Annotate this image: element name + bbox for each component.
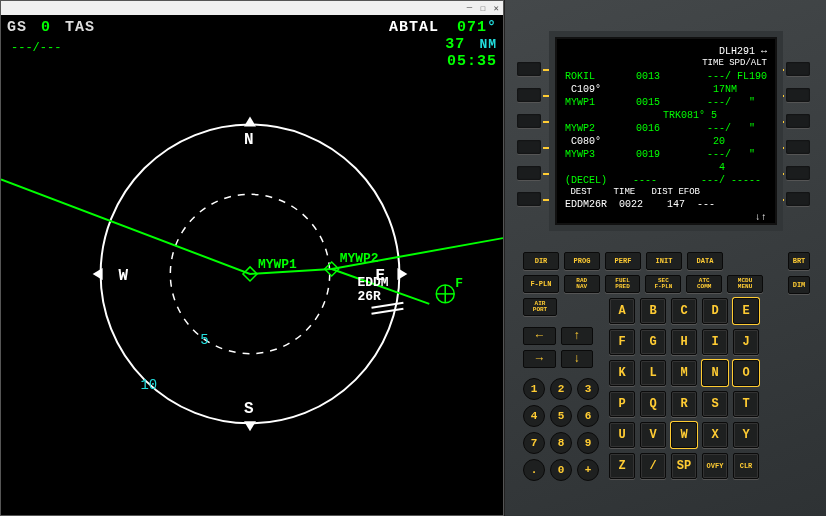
rad-nav-key[interactable]: RADNAV — [564, 275, 600, 293]
wpt1-label: MYWP1 — [258, 257, 297, 272]
key-m[interactable]: M — [671, 360, 697, 386]
maximize-button[interactable]: ☐ — [480, 3, 485, 14]
brt-key[interactable]: BRT — [788, 252, 810, 270]
key-j[interactable]: J — [733, 329, 759, 355]
sec-f-pln-key[interactable]: SECF-PLN — [645, 275, 681, 293]
numkey-4[interactable]: 4 — [523, 405, 545, 427]
key-t[interactable]: T — [733, 391, 759, 417]
fn-row-3: AIRPORT — [523, 298, 557, 316]
numkey-5[interactable]: 5 — [550, 405, 572, 427]
numkey-.[interactable]: . — [523, 459, 545, 481]
mcdu-row: TRK081° 5 — [565, 109, 767, 122]
lsk-r4[interactable] — [786, 140, 810, 154]
lsk-r6[interactable] — [786, 192, 810, 206]
atc-comm-key[interactable]: ATCCOMM — [686, 275, 722, 293]
key-a[interactable]: A — [609, 298, 635, 324]
key-w[interactable]: W — [671, 422, 697, 448]
mcdu-row: C080° 20 — [565, 135, 767, 148]
key-x[interactable]: X — [702, 422, 728, 448]
key-d[interactable]: D — [702, 298, 728, 324]
tri-n — [244, 117, 256, 127]
key-r[interactable]: R — [671, 391, 697, 417]
lsk-l1[interactable] — [517, 62, 541, 76]
mcdu-row: ROKIL 0013 ---/ FL190 — [565, 70, 767, 83]
arrow-left-key[interactable]: ← — [523, 327, 556, 345]
numkey-6[interactable]: 6 — [577, 405, 599, 427]
arrow-down-key[interactable]: ↓ — [561, 350, 594, 368]
lsk-left-column — [517, 62, 545, 206]
alpha-grid: ABCDEFGHIJKLMNOPQRSTUVWXYZ/SPOVFYCLR — [609, 298, 759, 479]
numkey-1[interactable]: 1 — [523, 378, 545, 400]
mcdu-rows: ROKIL 0013 ---/ FL190 C109° 17NM MYWP1 0… — [565, 70, 767, 187]
lsk-r1[interactable] — [786, 62, 810, 76]
rwy-line-2 — [372, 309, 404, 314]
mcdu-menu-key[interactable]: MCDUMENU — [727, 275, 763, 293]
lsk-l2[interactable] — [517, 88, 541, 102]
f-label: F — [455, 276, 463, 291]
key-e[interactable]: E — [733, 298, 759, 324]
lsk-l4[interactable] — [517, 140, 541, 154]
key-h[interactable]: H — [671, 329, 697, 355]
close-button[interactable]: ✕ — [494, 3, 499, 14]
dim-key[interactable]: DIM — [788, 276, 810, 294]
key-y[interactable]: Y — [733, 422, 759, 448]
numkey-7[interactable]: 7 — [523, 432, 545, 454]
key-z[interactable]: Z — [609, 453, 635, 479]
prog-key[interactable]: PROG — [564, 252, 600, 270]
lsk-right-column — [786, 62, 814, 206]
f-pln-key[interactable]: F-PLN — [523, 275, 559, 293]
route-line — [1, 179, 503, 274]
numkey-0[interactable]: 0 — [550, 459, 572, 481]
mcdu-panel: DLH291 ↔ TIME SPD/ALT ROKIL 0013 ---/ FL… — [504, 0, 826, 516]
init-key[interactable]: INIT — [646, 252, 682, 270]
key-c[interactable]: C — [671, 298, 697, 324]
mcdu-keyboard: BRT DIM DIRPROGPERFINITDATA F-PLNRADNAVF… — [523, 252, 808, 508]
lsk-l5[interactable] — [517, 166, 541, 180]
key-v[interactable]: V — [640, 422, 666, 448]
compass-w: W — [119, 267, 129, 285]
key-sp[interactable]: SP — [671, 453, 697, 479]
key-p[interactable]: P — [609, 391, 635, 417]
numkey-8[interactable]: 8 — [550, 432, 572, 454]
numkey-2[interactable]: 2 — [550, 378, 572, 400]
key-clr[interactable]: CLR — [733, 453, 759, 479]
dir-key[interactable]: DIR — [523, 252, 559, 270]
minimize-button[interactable]: — — [467, 3, 472, 13]
arrow-right-key[interactable]: → — [523, 350, 556, 368]
key-u[interactable]: U — [609, 422, 635, 448]
airport-line1: EDDM — [358, 275, 389, 290]
numkey-9[interactable]: 9 — [577, 432, 599, 454]
numkey-+[interactable]: + — [577, 459, 599, 481]
key-n[interactable]: N — [702, 360, 728, 386]
mcdu-row: MYWP1 0015 ---/ " — [565, 96, 767, 109]
nd-canvas: N S W E 5 10 MYWP1 MYWP2 EDDM 26R — [1, 15, 503, 515]
lsk-r5[interactable] — [786, 166, 810, 180]
nav-display-panel: — ☐ ✕ GS 0 TAS ABTAL 071° 37 NM 05:35 — [0, 0, 504, 516]
mcdu-row: MYWP2 0016 ---/ " — [565, 122, 767, 135]
lsk-r3[interactable] — [786, 114, 810, 128]
perf-key[interactable]: PERF — [605, 252, 641, 270]
key-ovfy[interactable]: OVFY — [702, 453, 728, 479]
key-i[interactable]: I — [702, 329, 728, 355]
key-l[interactable]: L — [640, 360, 666, 386]
numkey-3[interactable]: 3 — [577, 378, 599, 400]
key-b[interactable]: B — [640, 298, 666, 324]
key-q[interactable]: Q — [640, 391, 666, 417]
key-s[interactable]: S — [702, 391, 728, 417]
air-port-key[interactable]: AIRPORT — [523, 298, 557, 316]
lsk-l6[interactable] — [517, 192, 541, 206]
key-sym[interactable]: / — [640, 453, 666, 479]
key-f[interactable]: F — [609, 329, 635, 355]
key-g[interactable]: G — [640, 329, 666, 355]
lsk-l3[interactable] — [517, 114, 541, 128]
key-k[interactable]: K — [609, 360, 635, 386]
wpt2-label: MYWP2 — [340, 251, 379, 266]
nd-content: GS 0 TAS ABTAL 071° 37 NM 05:35 ---/--- — [1, 15, 503, 515]
fuel-pred-key[interactable]: FUELPRED — [605, 275, 641, 293]
range-outer: 10 — [140, 377, 157, 393]
arrow-up-key[interactable]: ↑ — [561, 327, 594, 345]
data-key[interactable]: DATA — [687, 252, 723, 270]
key-o[interactable]: O — [733, 360, 759, 386]
mcdu-row: (DECEL) ---- ---/ ----- — [565, 174, 767, 187]
lsk-r2[interactable] — [786, 88, 810, 102]
